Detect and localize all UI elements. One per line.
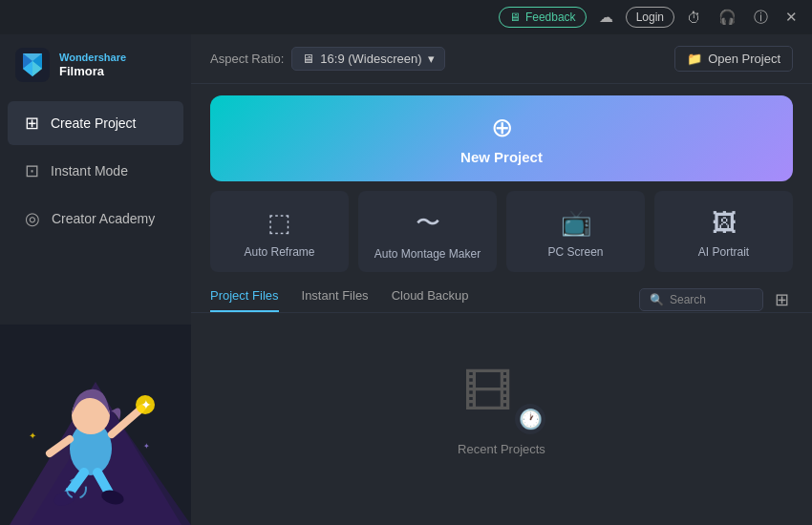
create-project-icon: ⊞ — [25, 113, 39, 134]
tab-cloud-backup[interactable]: Cloud Backup — [392, 288, 469, 312]
pc-screen-icon: 📺 — [561, 208, 591, 238]
close-button[interactable]: ✕ — [780, 7, 802, 28]
empty-icon-container: 🎞 🕐 — [463, 364, 540, 430]
logo-area: Wondershare Filmora — [0, 34, 191, 99]
sidebar: Wondershare Filmora ⊞ Create Project ⊡ I… — [0, 34, 191, 525]
main-layout: Wondershare Filmora ⊞ Create Project ⊡ I… — [0, 34, 812, 525]
sidebar-illustration: ✦ ✦ ✦ — [0, 325, 191, 525]
feature-label: AI Portrait — [698, 245, 749, 259]
tabs-right: 🔍 Search ⊞ — [639, 287, 793, 312]
cloud-icon[interactable]: ☁ — [594, 7, 618, 28]
feedback-icon: 🖥 — [509, 10, 521, 24]
info-icon[interactable]: ⓘ — [749, 7, 773, 29]
tab-label: Instant Files — [302, 288, 369, 303]
open-project-button[interactable]: 📁 Open Project — [674, 46, 793, 72]
tab-project-files[interactable]: Project Files — [210, 288, 279, 312]
feedback-label: Feedback — [525, 10, 576, 24]
sidebar-item-creator-academy[interactable]: ◎ Creator Academy — [8, 197, 183, 241]
recent-projects-label: Recent Projects — [458, 442, 545, 456]
instant-mode-icon: ⊡ — [25, 160, 39, 181]
auto-montage-icon: 〜 — [416, 206, 440, 240]
brand-top: Wondershare — [59, 52, 126, 64]
aspect-ratio-label: Aspect Ratio: — [210, 52, 284, 66]
feature-card-pc-screen[interactable]: 📺 PC Screen — [506, 191, 645, 272]
tabs-left: Project Files Instant Files Cloud Backup — [210, 288, 469, 312]
feature-card-auto-montage[interactable]: 〜 Auto Montage Maker — [358, 191, 497, 272]
clock-badge-icon: 🕐 — [515, 404, 545, 434]
monitor-icon: 🖥 — [302, 52, 314, 66]
feature-label: Auto Montage Maker — [374, 247, 481, 261]
ai-portrait-icon: 🖼 — [712, 208, 737, 238]
feature-label: PC Screen — [547, 245, 603, 259]
aspect-ratio-dropdown[interactable]: 🖥 16:9 (Widescreen) ▾ — [291, 47, 444, 71]
svg-text:✦: ✦ — [143, 442, 150, 451]
sidebar-item-instant-mode[interactable]: ⊡ Instant Mode — [8, 149, 183, 193]
feature-grid: ⬚ Auto Reframe 〜 Auto Montage Maker 📺 PC… — [210, 191, 793, 272]
aspect-ratio-area: Aspect Ratio: 🖥 16:9 (Widescreen) ▾ — [210, 47, 445, 71]
sidebar-item-label: Creator Academy — [52, 211, 155, 226]
login-label: Login — [636, 10, 664, 24]
tabs-bar: Project Files Instant Files Cloud Backup… — [191, 284, 812, 313]
tab-instant-files[interactable]: Instant Files — [302, 288, 369, 312]
tab-label: Cloud Backup — [392, 288, 469, 303]
brand-bottom: Filmora — [59, 64, 126, 79]
login-button[interactable]: Login — [626, 7, 674, 28]
svg-text:✦: ✦ — [29, 430, 36, 441]
sidebar-item-label: Create Project — [51, 116, 136, 131]
feature-label: Auto Reframe — [244, 245, 314, 259]
search-icon: 🔍 — [650, 293, 664, 306]
content-area: Aspect Ratio: 🖥 16:9 (Widescreen) ▾ 📁 Op… — [191, 34, 812, 525]
search-box[interactable]: 🔍 Search — [639, 288, 763, 311]
grid-toggle-button[interactable]: ⊞ — [771, 287, 793, 312]
empty-state: 🎞 🕐 Recent Projects — [191, 313, 812, 525]
feedback-button[interactable]: 🖥 Feedback — [499, 7, 587, 28]
aspect-ratio-value: 16:9 (Widescreen) — [320, 52, 421, 66]
auto-reframe-icon: ⬚ — [267, 208, 291, 238]
app-logo-icon — [15, 48, 50, 82]
new-project-plus-icon: ⊕ — [491, 112, 513, 143]
svg-text:✦: ✦ — [140, 397, 152, 412]
feature-card-auto-reframe[interactable]: ⬚ Auto Reframe — [210, 191, 349, 272]
timer-icon[interactable]: ⏱ — [682, 8, 706, 28]
tab-label: Project Files — [210, 288, 279, 303]
feature-card-ai-portrait[interactable]: 🖼 AI Portrait — [654, 191, 793, 272]
new-project-banner[interactable]: ⊕ New Project — [210, 95, 793, 181]
new-project-label: New Project — [460, 149, 543, 165]
creator-academy-icon: ◎ — [25, 208, 40, 229]
sidebar-item-label: Instant Mode — [51, 163, 128, 178]
headset-icon[interactable]: 🎧 — [714, 7, 741, 28]
content-header: Aspect Ratio: 🖥 16:9 (Widescreen) ▾ 📁 Op… — [191, 34, 812, 84]
sidebar-item-create-project[interactable]: ⊞ Create Project — [8, 101, 183, 145]
open-project-label: Open Project — [708, 52, 780, 66]
folder-icon: 📁 — [687, 52, 702, 66]
logo-text: Wondershare Filmora — [59, 52, 126, 79]
chevron-down-icon: ▾ — [428, 52, 435, 66]
search-placeholder: Search — [670, 293, 706, 306]
film-strip-icon: 🎞 — [463, 365, 513, 420]
titlebar: 🖥 Feedback ☁ Login ⏱ 🎧 ⓘ ✕ — [0, 0, 812, 34]
